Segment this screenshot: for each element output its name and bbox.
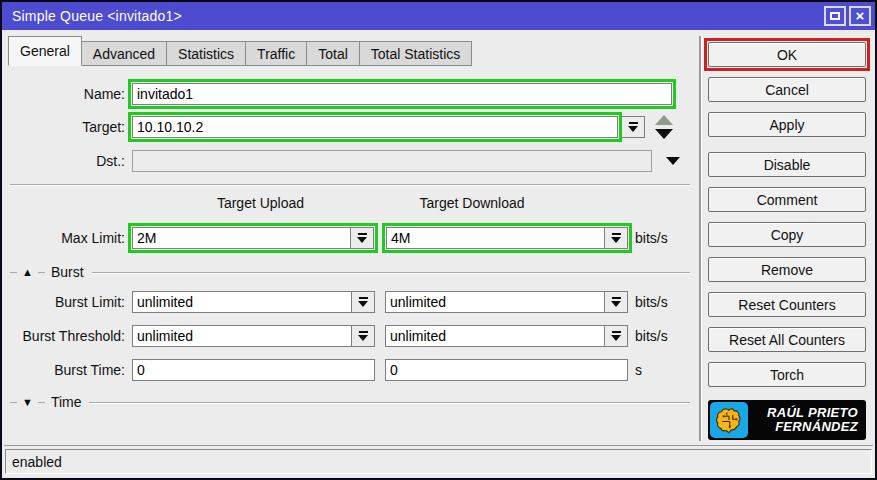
burst-threshold-unit-label: bits/s (635, 328, 668, 344)
tab-total-statistics[interactable]: Total Statistics (360, 41, 472, 66)
cancel-button[interactable]: Cancel (708, 77, 866, 102)
target-dropdown-button[interactable] (622, 116, 645, 138)
tab-advanced[interactable]: Advanced (82, 41, 167, 66)
burst-limit-upload-dropdown-button[interactable] (352, 291, 375, 313)
burst-threshold-upload-dropdown-button[interactable] (352, 325, 375, 347)
burst-time-label: Burst Time: (2, 362, 132, 378)
name-field[interactable] (132, 83, 672, 105)
burst-threshold-download-field[interactable] (385, 325, 605, 347)
burst-section-label: Burst (51, 264, 84, 280)
burst-limit-unit-label: bits/s (635, 294, 668, 310)
name-row: Name: (2, 82, 672, 106)
reset-counters-button[interactable]: Reset Counters (708, 292, 866, 317)
name-label: Name: (2, 86, 132, 102)
max-limit-download-dropdown-button[interactable] (605, 227, 628, 249)
burst-threshold-upload-field[interactable] (132, 325, 352, 347)
time-collapse-icon[interactable]: ▼ (22, 397, 33, 408)
annotation-red-box: OK (704, 38, 870, 71)
target-add-button[interactable] (655, 129, 673, 139)
target-field[interactable] (132, 116, 618, 138)
window-title: Simple Queue <invitado1> (12, 8, 821, 24)
burst-time-unit-label: s (635, 362, 642, 378)
burst-limit-row: Burst Limit: bits/s (2, 290, 668, 314)
dst-field[interactable] (132, 150, 652, 172)
burst-section-header: ▲ Burst (10, 264, 690, 280)
target-up-button[interactable] (655, 115, 673, 125)
max-limit-download-field[interactable] (386, 227, 605, 249)
burst-time-row: Burst Time: s (2, 358, 642, 382)
vertical-divider (699, 36, 701, 441)
time-section-header: ▼ Time (10, 394, 690, 410)
tab-statistics[interactable]: Statistics (167, 41, 246, 66)
simple-queue-window: Simple Queue <invitado1> × General Advan… (0, 0, 877, 480)
maximize-icon (830, 12, 840, 20)
author-name: RAÚL PRIETO FERNÁNDEZ (748, 406, 864, 434)
copy-button[interactable]: Copy (708, 222, 866, 247)
tab-traffic[interactable]: Traffic (246, 41, 307, 66)
target-label: Target: (2, 119, 132, 135)
burst-threshold-row: Burst Threshold: bits/s (2, 324, 668, 348)
time-section-label: Time (51, 394, 82, 410)
annotation-green-box (128, 112, 622, 142)
down-arrow-icon (655, 129, 673, 139)
dropdown-arrow-icon (666, 157, 680, 165)
close-button[interactable]: × (849, 6, 871, 26)
dst-label: Dst.: (2, 153, 132, 169)
max-limit-label: Max Limit: (2, 230, 132, 246)
dialog-body: General Advanced Statistics Traffic Tota… (2, 30, 875, 445)
burst-time-download-field[interactable] (385, 359, 628, 381)
comment-button[interactable]: Comment (708, 187, 866, 212)
max-limit-upload-dropdown-button[interactable] (351, 227, 374, 249)
burst-threshold-label: Burst Threshold: (2, 328, 132, 344)
tab-bar: General Advanced Statistics Traffic Tota… (8, 36, 472, 66)
remove-button[interactable]: Remove (708, 257, 866, 282)
up-arrow-icon (655, 115, 673, 125)
target-row: Target: (2, 115, 673, 139)
action-button-column: OK Cancel Apply Disable Comment Copy Rem… (708, 30, 866, 440)
status-text: enabled (12, 454, 62, 470)
annotation-green-box (128, 223, 378, 253)
brain-icon (710, 402, 748, 438)
ok-button[interactable]: OK (708, 42, 866, 67)
dst-dropdown-button[interactable] (664, 156, 682, 166)
burst-limit-upload-field[interactable] (132, 291, 352, 313)
annotation-green-box (128, 79, 676, 109)
burst-limit-download-dropdown-button[interactable] (605, 291, 628, 313)
maximize-button[interactable] (824, 6, 846, 26)
reset-all-counters-button[interactable]: Reset All Counters (708, 327, 866, 352)
max-limit-upload-field[interactable] (132, 227, 351, 249)
torch-button[interactable]: Torch (708, 362, 866, 387)
status-bar: enabled (4, 445, 873, 476)
apply-button[interactable]: Apply (708, 112, 866, 137)
author-logo: RAÚL PRIETO FERNÁNDEZ (708, 400, 866, 440)
tab-total[interactable]: Total (307, 41, 360, 66)
close-icon: × (856, 8, 865, 23)
dst-row: Dst.: (2, 149, 682, 173)
column-header-download: Target Download (382, 195, 562, 211)
burst-limit-download-field[interactable] (385, 291, 605, 313)
burst-collapse-icon[interactable]: ▲ (22, 267, 33, 278)
titlebar: Simple Queue <invitado1> × (2, 2, 875, 30)
max-limit-unit-label: bits/s (635, 230, 668, 246)
separator (10, 184, 690, 185)
target-spinners (655, 115, 673, 139)
annotation-green-box (382, 223, 632, 253)
burst-time-upload-field[interactable] (132, 359, 375, 381)
column-header-upload: Target Upload (139, 195, 382, 211)
burst-limit-label: Burst Limit: (2, 294, 132, 310)
disable-button[interactable]: Disable (708, 152, 866, 177)
max-limit-row: Max Limit: bits/s (2, 226, 668, 250)
tab-general[interactable]: General (8, 36, 82, 66)
burst-threshold-download-dropdown-button[interactable] (605, 325, 628, 347)
